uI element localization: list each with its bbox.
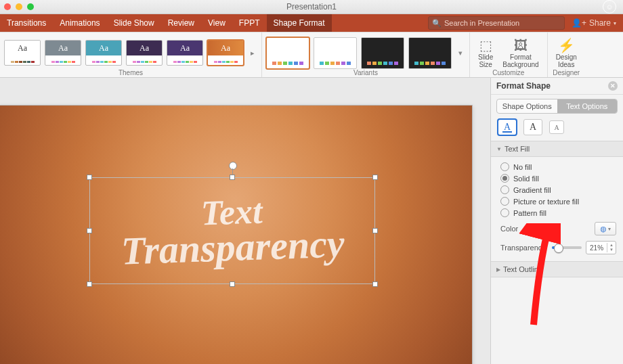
title-bar: Presentation1 ☺: [0, 0, 623, 14]
rotate-handle-icon[interactable]: [229, 162, 237, 170]
slide[interactable]: Text Transparency: [0, 105, 473, 364]
search-input[interactable]: 🔍 Search in Presentation: [428, 16, 565, 30]
feedback-smile-icon[interactable]: ☺: [603, 0, 616, 14]
group-variants-label: Variants: [266, 69, 465, 77]
resize-handle[interactable]: [372, 175, 378, 180]
text-fill-outline-icon[interactable]: A: [498, 119, 517, 135]
step-down-icon[interactable]: ▼: [607, 248, 616, 252]
fill-picture-texture[interactable]: Picture or texture fill: [500, 196, 616, 207]
variant-3[interactable]: [361, 37, 404, 69]
text-box[interactable]: Text Transparency: [89, 177, 375, 284]
slide-size-icon: ⬚: [479, 39, 492, 53]
chevron-down-icon: ▾: [614, 20, 616, 26]
tab-slide-show[interactable]: Slide Show: [107, 14, 161, 32]
window-controls: [4, 3, 34, 10]
slide-size-label: Slide Size: [478, 54, 493, 68]
tab-transitions[interactable]: Transitions: [0, 14, 53, 32]
design-ideas-label: Design Ideas: [556, 54, 577, 68]
color-label: Color: [500, 225, 518, 233]
slide-text-line2: Transparency: [121, 225, 345, 270]
transparency-value: 21%: [586, 244, 607, 252]
variants-more-icon[interactable]: ▾: [456, 49, 465, 58]
themes-more-icon[interactable]: ▸: [248, 49, 257, 58]
search-icon: 🔍: [432, 19, 442, 28]
share-icon: 👤+: [572, 18, 586, 28]
text-effects-icon[interactable]: A: [523, 119, 542, 135]
fill-solid[interactable]: Solid fill: [500, 173, 616, 184]
fill-no-fill[interactable]: No fill: [500, 161, 616, 173]
ribbon-tabs: Transitions Animations Slide Show Review…: [0, 14, 623, 32]
theme-thumb-4[interactable]: Aa: [126, 40, 163, 66]
ribbon-toolbar: Aa Aa Aa Aa Aa Aa ▸ Themes ▾ Variants ⬚ …: [0, 32, 623, 78]
format-shape-panel: Format Shape ✕ Shape Options Text Option…: [490, 78, 623, 364]
resize-handle[interactable]: [372, 281, 378, 287]
section-text-fill[interactable]: ▼ Text Fill: [491, 141, 623, 157]
document-title: Presentation1: [286, 2, 337, 12]
design-ideas-icon: ⚡: [558, 39, 575, 53]
slide-canvas[interactable]: Text Transparency: [0, 78, 490, 364]
share-label: Share: [589, 18, 611, 28]
tab-shape-options[interactable]: Shape Options: [497, 99, 557, 113]
paint-bucket-icon: ◍: [600, 225, 607, 233]
fill-gradient[interactable]: Gradient fill: [500, 184, 616, 196]
step-up-icon[interactable]: ▲: [607, 243, 616, 248]
format-background-button[interactable]: 🖼 Format Background: [498, 37, 542, 68]
close-panel-icon[interactable]: ✕: [608, 81, 618, 91]
expand-icon: ▼: [496, 146, 502, 152]
collapse-icon: ▶: [496, 267, 500, 273]
minimize-window-icon[interactable]: [16, 3, 22, 10]
transparency-slider[interactable]: [552, 246, 582, 249]
format-bg-label: Format Background: [502, 54, 538, 68]
transparency-label: Transparency: [500, 244, 548, 252]
slide-text[interactable]: Text Transparency: [88, 173, 376, 289]
section-text-outline-label: Text Outline: [503, 265, 542, 273]
close-window-icon[interactable]: [4, 3, 11, 10]
theme-thumb-1[interactable]: Aa: [4, 40, 41, 66]
text-fill-body: No fill Solid fill Gradient fill Picture…: [491, 157, 623, 261]
format-bg-icon: 🖼: [514, 39, 528, 53]
panel-title: Format Shape: [496, 81, 551, 91]
tab-animations[interactable]: Animations: [53, 14, 106, 32]
theme-thumb-2[interactable]: Aa: [45, 40, 81, 66]
color-picker-button[interactable]: ◍▾: [595, 222, 616, 235]
variant-4[interactable]: [408, 37, 452, 69]
resize-handle[interactable]: [87, 175, 92, 180]
group-customize-label: Customize: [474, 69, 543, 77]
design-ideas-button[interactable]: ⚡ Design Ideas: [552, 37, 581, 68]
group-designer-label: Designer: [552, 69, 581, 77]
tab-fppt[interactable]: FPPT: [232, 14, 267, 32]
zoom-window-icon[interactable]: [27, 3, 34, 10]
tab-text-options[interactable]: Text Options: [557, 99, 618, 113]
tab-review[interactable]: Review: [161, 14, 201, 32]
slide-size-button[interactable]: ⬚ Slide Size: [474, 37, 497, 68]
group-themes-label: Themes: [4, 69, 257, 77]
section-text-outline[interactable]: ▶ Text Outline: [491, 261, 623, 277]
theme-thumb-5[interactable]: Aa: [167, 40, 203, 66]
transparency-stepper[interactable]: 21% ▲▼: [586, 241, 616, 254]
variant-1[interactable]: [266, 37, 309, 69]
section-text-fill-label: Text Fill: [504, 145, 530, 153]
panel-option-tabs: Shape Options Text Options: [496, 99, 618, 114]
variant-2[interactable]: [314, 37, 357, 69]
tab-shape-format[interactable]: Shape Format: [267, 14, 332, 32]
textbox-icon[interactable]: A: [549, 120, 564, 134]
fill-pattern[interactable]: Pattern fill: [500, 207, 616, 219]
theme-thumb-6[interactable]: Aa: [207, 40, 244, 66]
share-button[interactable]: 👤+ Share ▾: [572, 18, 616, 28]
tab-view[interactable]: View: [201, 14, 232, 32]
slider-thumb-icon[interactable]: [554, 244, 563, 253]
theme-thumb-3[interactable]: Aa: [85, 40, 122, 66]
search-placeholder: Search in Presentation: [444, 19, 519, 27]
